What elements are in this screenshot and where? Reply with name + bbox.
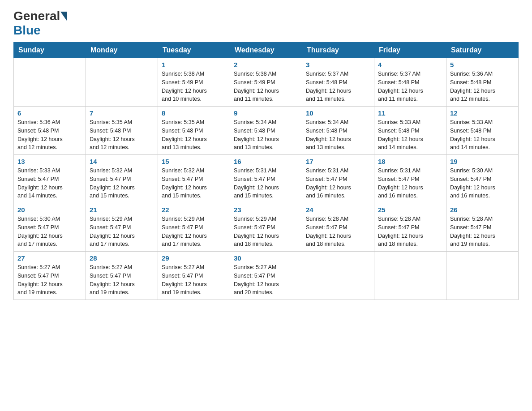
day-cell [302,252,374,300]
day-cell: 22Sunrise: 5:29 AM Sunset: 5:47 PM Dayli… [158,203,230,252]
day-number: 9 [234,109,298,117]
week-row-3: 13Sunrise: 5:33 AM Sunset: 5:47 PM Dayli… [14,155,519,203]
day-number: 26 [450,206,515,214]
day-info: Sunrise: 5:37 AM Sunset: 5:48 PM Dayligh… [378,70,442,103]
day-info: Sunrise: 5:32 AM Sunset: 5:47 PM Dayligh… [162,167,226,200]
day-number: 3 [306,61,370,68]
day-cell [446,252,519,300]
day-cell: 24Sunrise: 5:28 AM Sunset: 5:47 PM Dayli… [302,203,374,252]
day-info: Sunrise: 5:28 AM Sunset: 5:47 PM Dayligh… [378,215,442,248]
day-cell: 27Sunrise: 5:27 AM Sunset: 5:47 PM Dayli… [14,252,86,300]
day-number: 13 [17,158,82,165]
day-cell: 26Sunrise: 5:28 AM Sunset: 5:47 PM Dayli… [446,203,519,252]
day-cell: 2Sunrise: 5:38 AM Sunset: 5:49 PM Daylig… [230,58,302,107]
day-cell: 11Sunrise: 5:33 AM Sunset: 5:48 PM Dayli… [374,107,446,155]
page-header: General Blue [13,9,519,38]
day-info: Sunrise: 5:27 AM Sunset: 5:47 PM Dayligh… [234,263,298,297]
day-number: 28 [90,254,154,262]
day-number: 19 [450,158,515,165]
day-info: Sunrise: 5:27 AM Sunset: 5:47 PM Dayligh… [162,263,226,297]
day-cell: 20Sunrise: 5:30 AM Sunset: 5:47 PM Dayli… [14,203,86,252]
day-number: 30 [234,254,298,262]
day-info: Sunrise: 5:27 AM Sunset: 5:47 PM Dayligh… [17,263,82,297]
logo: General Blue [13,9,67,38]
day-number: 1 [162,61,226,68]
day-cell: 5Sunrise: 5:36 AM Sunset: 5:48 PM Daylig… [446,58,519,107]
day-cell: 29Sunrise: 5:27 AM Sunset: 5:47 PM Dayli… [158,252,230,300]
calendar-table: SundayMondayTuesdayWednesdayThursdayFrid… [13,42,519,300]
logo-arrow-icon [60,12,67,21]
day-info: Sunrise: 5:29 AM Sunset: 5:47 PM Dayligh… [162,215,226,248]
header-friday: Friday [374,43,446,58]
day-info: Sunrise: 5:37 AM Sunset: 5:48 PM Dayligh… [306,70,370,103]
week-row-2: 6Sunrise: 5:36 AM Sunset: 5:48 PM Daylig… [14,107,519,155]
header-wednesday: Wednesday [230,43,302,58]
day-number: 16 [234,158,298,165]
day-number: 18 [378,158,442,165]
day-cell [14,58,86,107]
day-info: Sunrise: 5:33 AM Sunset: 5:47 PM Dayligh… [17,167,82,200]
day-info: Sunrise: 5:29 AM Sunset: 5:47 PM Dayligh… [90,215,154,248]
day-number: 15 [162,158,226,165]
day-cell: 7Sunrise: 5:35 AM Sunset: 5:48 PM Daylig… [86,107,158,155]
day-number: 10 [306,109,370,117]
day-info: Sunrise: 5:35 AM Sunset: 5:48 PM Dayligh… [162,118,226,152]
day-info: Sunrise: 5:34 AM Sunset: 5:48 PM Dayligh… [234,118,298,152]
day-number: 14 [90,158,154,165]
day-number: 23 [234,206,298,214]
day-info: Sunrise: 5:28 AM Sunset: 5:47 PM Dayligh… [450,215,515,248]
header-thursday: Thursday [302,43,374,58]
day-info: Sunrise: 5:33 AM Sunset: 5:48 PM Dayligh… [378,118,442,152]
day-number: 25 [378,206,442,214]
day-cell: 23Sunrise: 5:29 AM Sunset: 5:47 PM Dayli… [230,203,302,252]
day-info: Sunrise: 5:34 AM Sunset: 5:48 PM Dayligh… [306,118,370,152]
day-cell: 14Sunrise: 5:32 AM Sunset: 5:47 PM Dayli… [86,155,158,203]
day-info: Sunrise: 5:31 AM Sunset: 5:47 PM Dayligh… [306,167,370,200]
day-info: Sunrise: 5:28 AM Sunset: 5:47 PM Dayligh… [306,215,370,248]
day-cell: 25Sunrise: 5:28 AM Sunset: 5:47 PM Dayli… [374,203,446,252]
day-info: Sunrise: 5:38 AM Sunset: 5:49 PM Dayligh… [234,70,298,103]
day-info: Sunrise: 5:30 AM Sunset: 5:47 PM Dayligh… [17,215,82,248]
header-row: SundayMondayTuesdayWednesdayThursdayFrid… [14,43,519,58]
day-number: 17 [306,158,370,165]
day-info: Sunrise: 5:33 AM Sunset: 5:48 PM Dayligh… [450,118,515,152]
header-tuesday: Tuesday [158,43,230,58]
day-cell: 15Sunrise: 5:32 AM Sunset: 5:47 PM Dayli… [158,155,230,203]
day-info: Sunrise: 5:35 AM Sunset: 5:48 PM Dayligh… [90,118,154,152]
day-cell [374,252,446,300]
day-number: 27 [17,254,82,262]
day-number: 20 [17,206,82,214]
day-number: 24 [306,206,370,214]
day-cell: 8Sunrise: 5:35 AM Sunset: 5:48 PM Daylig… [158,107,230,155]
day-number: 2 [234,61,298,68]
day-number: 29 [162,254,226,262]
day-cell: 28Sunrise: 5:27 AM Sunset: 5:47 PM Dayli… [86,252,158,300]
day-number: 7 [90,109,154,117]
day-cell: 13Sunrise: 5:33 AM Sunset: 5:47 PM Dayli… [14,155,86,203]
day-info: Sunrise: 5:30 AM Sunset: 5:47 PM Dayligh… [450,167,515,200]
day-cell: 10Sunrise: 5:34 AM Sunset: 5:48 PM Dayli… [302,107,374,155]
day-cell: 18Sunrise: 5:31 AM Sunset: 5:47 PM Dayli… [374,155,446,203]
day-cell: 30Sunrise: 5:27 AM Sunset: 5:47 PM Dayli… [230,252,302,300]
week-row-5: 27Sunrise: 5:27 AM Sunset: 5:47 PM Dayli… [14,252,519,300]
day-info: Sunrise: 5:36 AM Sunset: 5:48 PM Dayligh… [17,118,82,152]
week-row-1: 1Sunrise: 5:38 AM Sunset: 5:49 PM Daylig… [14,58,519,107]
day-number: 8 [162,109,226,117]
day-cell: 12Sunrise: 5:33 AM Sunset: 5:48 PM Dayli… [446,107,519,155]
header-monday: Monday [86,43,158,58]
day-cell: 3Sunrise: 5:37 AM Sunset: 5:48 PM Daylig… [302,58,374,107]
day-number: 21 [90,206,154,214]
day-cell: 17Sunrise: 5:31 AM Sunset: 5:47 PM Dayli… [302,155,374,203]
day-number: 6 [17,109,82,117]
day-number: 11 [378,109,442,117]
day-info: Sunrise: 5:31 AM Sunset: 5:47 PM Dayligh… [234,167,298,200]
day-cell [86,58,158,107]
day-number: 4 [378,61,442,68]
day-info: Sunrise: 5:32 AM Sunset: 5:47 PM Dayligh… [90,167,154,200]
day-cell: 1Sunrise: 5:38 AM Sunset: 5:49 PM Daylig… [158,58,230,107]
day-cell: 9Sunrise: 5:34 AM Sunset: 5:48 PM Daylig… [230,107,302,155]
day-info: Sunrise: 5:27 AM Sunset: 5:47 PM Dayligh… [90,263,154,297]
day-number: 12 [450,109,515,117]
week-row-4: 20Sunrise: 5:30 AM Sunset: 5:47 PM Dayli… [14,203,519,252]
day-info: Sunrise: 5:36 AM Sunset: 5:48 PM Dayligh… [450,70,515,103]
